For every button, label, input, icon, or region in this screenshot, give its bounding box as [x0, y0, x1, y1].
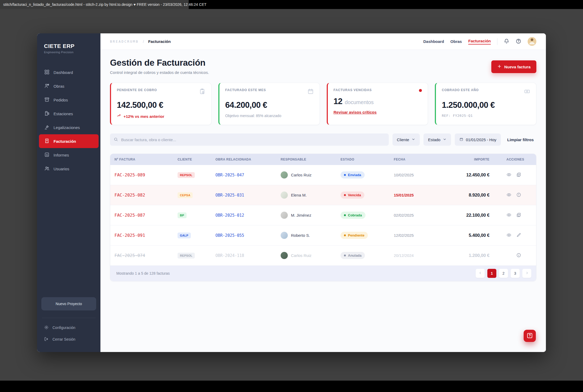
stat-card-top: FACTURADO ESTE MES	[225, 88, 314, 96]
column-header-estado: ESTADO	[341, 158, 394, 161]
download-pdf-button[interactable]	[516, 212, 521, 218]
chevron-down-icon	[443, 137, 447, 142]
clear-filters-button[interactable]: Limpiar filtros	[505, 137, 536, 142]
trending-up-icon	[117, 114, 121, 119]
breadcrumb: BREADCRUMB / Facturación	[110, 39, 171, 44]
nav-link-obras[interactable]: Obras	[450, 39, 462, 44]
page-header-text: Gestión de Facturación Control integral …	[110, 58, 209, 75]
info-button[interactable]	[516, 253, 521, 259]
new-invoice-button[interactable]: Nueva factura	[491, 60, 536, 73]
app-window: CIETE ERP Engineering Precision Dashboar…	[37, 33, 546, 352]
notifications-button[interactable]	[504, 38, 509, 45]
breadcrumb-separator: /	[143, 39, 144, 44]
sidebar-item-cerrar-sesion[interactable]: Cerrar Sesión	[41, 333, 96, 345]
fecha-cell: 12/02/2025	[394, 233, 439, 238]
brand-tagline: Engineering Precision	[44, 51, 94, 54]
eye-icon	[506, 172, 511, 178]
responsable-name: Elena M.	[291, 193, 307, 197]
status-badge: Pendiente	[341, 232, 368, 239]
nav-link-facturacion[interactable]: Facturación	[468, 39, 491, 44]
stat-card-top: COBRADO ESTE AÑO	[442, 88, 530, 96]
page-header: Gestión de Facturación Control integral …	[110, 58, 536, 75]
sidebar-item-usuarios[interactable]: Usuarios	[39, 162, 99, 176]
obra-link[interactable]: OBR-2025-031	[215, 193, 281, 198]
chevron-right-icon	[525, 271, 529, 275]
edit-invoice-button[interactable]	[516, 233, 521, 238]
desktop-background: CIETE ERP Engineering Precision Dashboar…	[0, 9, 583, 381]
client-badge: REPSOL	[178, 253, 195, 259]
archive-box-icon	[44, 97, 50, 103]
results-summary: Mostrando 1 a 5 de 128 facturas	[115, 271, 170, 275]
next-page-button[interactable]	[522, 269, 531, 278]
view-invoice-button[interactable]	[506, 233, 511, 238]
sidebar-item-pedidos[interactable]: Pedidos	[39, 93, 99, 107]
column-header-responsable: RESPONSABLE	[281, 158, 341, 161]
view-invoice-button[interactable]	[506, 192, 511, 198]
obra-link[interactable]: OBR-2025-047	[215, 173, 281, 177]
obra-link[interactable]: OBR-2025-055	[215, 233, 281, 238]
stat-value-wrap: 142.500,00 €	[117, 100, 205, 110]
column-header-cliente: CLIENTE	[178, 158, 215, 161]
column-header-factura: Nº FACTURA	[114, 158, 178, 161]
sidebar-item-dashboard[interactable]: Dashboard	[39, 65, 99, 79]
date-range-filter[interactable]: 01/01/2025 - Hoy	[455, 133, 501, 146]
gear-icon	[44, 325, 49, 331]
status-cell: Pendiente	[341, 232, 394, 239]
responsable-cell: Carlos Ruiz	[281, 252, 341, 259]
client-filter-dropdown[interactable]: Cliente	[392, 133, 420, 146]
stat-card-top: PENDIENTE DE COBRO	[117, 88, 205, 96]
obra-link: OBR-2024-118	[215, 253, 281, 258]
new-project-button[interactable]: Nuevo Proyecto	[41, 297, 96, 310]
page-button-2[interactable]: 2	[499, 269, 508, 278]
view-invoice-button[interactable]	[506, 172, 511, 178]
info-circle-icon	[516, 253, 521, 259]
bottom-bar	[0, 381, 583, 392]
responsable-cell: Roberto S.	[281, 232, 341, 239]
nav-link-dashboard[interactable]: Dashboard	[423, 39, 444, 44]
sidebar-item-legalizaciones[interactable]: Legalizaciones	[39, 121, 99, 134]
view-invoice-button[interactable]	[506, 212, 511, 218]
stat-value-suffix: documentos	[345, 99, 374, 105]
responsable-name: M. Jiménez	[291, 213, 311, 217]
overdue-alert-button[interactable]	[516, 192, 521, 198]
obra-link[interactable]: OBR-2025-012	[215, 213, 281, 218]
fecha-cell: 02/02/2025	[394, 213, 439, 217]
responsable-name: Roberto S.	[291, 233, 310, 238]
sidebar-item-facturacion[interactable]: Facturación	[39, 134, 99, 148]
previous-page-button[interactable]	[476, 269, 485, 278]
status-filter-dropdown[interactable]: Estado	[423, 133, 451, 146]
stat-value: 142.500,00 €	[117, 100, 163, 110]
review-critical-link[interactable]: Revisar avisos críticos	[334, 110, 377, 114]
invoice-number-cell: FAC-2025-087	[114, 213, 178, 218]
pagination: 1 2 3	[476, 269, 531, 278]
breadcrumb-root[interactable]: BREADCRUMB	[110, 39, 139, 43]
client-cell: BP	[178, 212, 215, 218]
download-pdf-button[interactable]	[516, 172, 521, 178]
client-filter-label: Cliente	[397, 137, 409, 142]
help-button[interactable]	[516, 38, 521, 45]
page-button-3[interactable]: 3	[511, 269, 520, 278]
dashboard-icon	[44, 69, 50, 75]
table-footer: Mostrando 1 a 5 de 128 facturas 1 2 3	[110, 266, 536, 281]
sidebar-item-informes[interactable]: Informes	[39, 148, 99, 162]
sidebar-item-estaciones[interactable]: Estaciones	[39, 107, 99, 121]
logout-icon	[44, 337, 49, 342]
fecha-cell: 10/02/2025	[394, 173, 439, 177]
sidebar-item-obras[interactable]: Obras	[39, 79, 99, 93]
table-row: FAC-2025-074 REPSOL OBR-2024-118 Carlos …	[110, 246, 536, 266]
status-cell: Cobrada	[341, 212, 394, 219]
sidebar-item-configuracion[interactable]: Configuración	[41, 322, 96, 333]
avatar[interactable]	[528, 37, 536, 46]
floating-help-button[interactable]	[524, 330, 536, 342]
stat-label: FACTURAS VENCIDAS	[334, 88, 372, 92]
stat-card-cobrado-ano: COBRADO ESTE AÑO 1.250.000,00 € REF: FY2…	[435, 83, 536, 125]
page-button-1[interactable]: 1	[487, 269, 496, 278]
page-subtitle: Control integral de cobros y estados de …	[110, 70, 209, 75]
sidebar-item-label: Obras	[54, 84, 64, 88]
titlebar-text: stitch/facturaci_n_listado_de_facturas/c…	[3, 2, 206, 7]
stat-label: FACTURADO ESTE MES	[225, 88, 266, 92]
chevron-down-icon	[412, 137, 415, 142]
sidebar-bottom: Nuevo Proyecto Configuración Cerrar Sesi…	[37, 297, 100, 352]
search-input[interactable]	[110, 133, 389, 146]
stat-label: PENDIENTE DE COBRO	[117, 88, 157, 92]
